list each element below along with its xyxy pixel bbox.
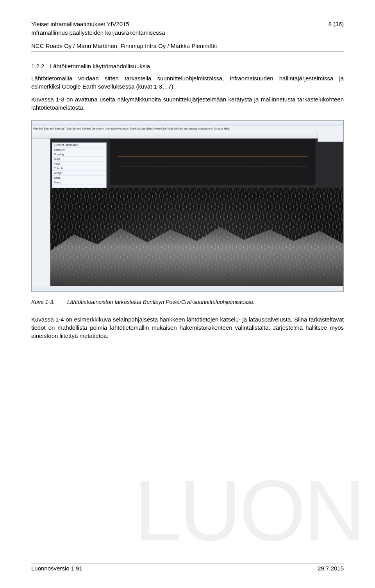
cad-3d-view xyxy=(50,188,343,286)
panel-item: Lines xyxy=(52,176,106,180)
figure-caption-text: Lähtötietoaineiston tarkastelua Bentleyn… xyxy=(67,299,344,305)
figure-label: Kuva 1-3. xyxy=(31,299,67,305)
panel-item: Displ xyxy=(52,157,106,162)
authors-line: NCC Roads Oy / Manu Marttinen, Finnmap I… xyxy=(31,43,344,49)
panel-item: Color b xyxy=(52,166,106,171)
cad-statusbar xyxy=(32,286,343,291)
panel-item: View xyxy=(52,162,106,166)
header-divider xyxy=(31,52,344,52)
paragraph-1: Lähtötietomallia voidaan sitten tarkaste… xyxy=(31,74,344,91)
panel-item: Element Information xyxy=(52,143,106,147)
page-indicator: 8 (36) xyxy=(312,20,344,37)
cad-menubar: File Edit Element Settings Tools Survey … xyxy=(32,126,343,131)
paragraph-3: Kuvassa 1-4 on esimerkkikuva selainpohja… xyxy=(31,315,344,340)
watermark: LUON xyxy=(134,476,363,545)
footer-date: 29.7.2015 xyxy=(318,565,344,572)
section-number: 1.2.2 xyxy=(31,63,50,69)
section-title: Lähtötietomallin käyttömahdollisuuksia xyxy=(50,63,150,69)
figure-1-3: File Edit Element Settings Tools Survey … xyxy=(31,120,344,305)
cad-titlebar xyxy=(32,121,343,126)
cad-terrain-mesh xyxy=(50,222,343,286)
panel-item: Trans xyxy=(52,180,106,185)
cad-profile-view xyxy=(110,139,316,185)
panel-item: Selection xyxy=(52,147,106,152)
doc-subtitle: Inframallinnus päällysteiden korjausrake… xyxy=(31,29,312,37)
section-heading: 1.2.2 Lähtötietomallin käyttömahdollisuu… xyxy=(31,63,344,69)
doc-title: Yleiset inframallivaatimukset YIV2015 xyxy=(31,20,312,28)
cad-display-style-panel xyxy=(318,131,343,142)
panel-item: Weight xyxy=(52,171,106,176)
cad-toolbar xyxy=(32,131,343,139)
footer-version: Luonnosversio 1.91 xyxy=(31,565,82,572)
paragraph-2: Kuvassa 1-3 on avattuna useita näkymäikk… xyxy=(31,95,344,112)
cad-screenshot: File Edit Element Settings Tools Survey … xyxy=(31,120,344,292)
panel-item: Drawing xyxy=(52,152,106,157)
cad-left-toolbox xyxy=(32,139,50,286)
